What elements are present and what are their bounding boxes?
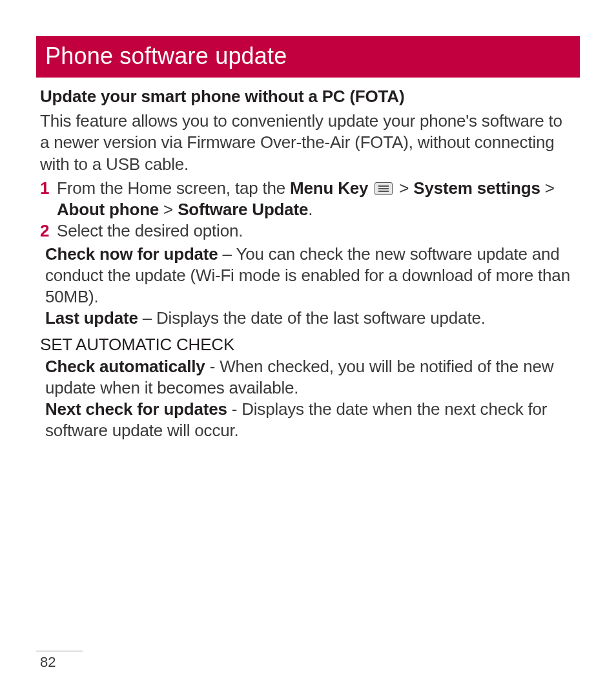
definitions-update: Check now for update – You can check the… <box>40 244 576 330</box>
gt-1: > <box>395 178 413 198</box>
content-area: Update your smart phone without a PC (FO… <box>36 78 580 442</box>
step-list: 1 From the Home screen, tap the Menu Key… <box>40 178 576 242</box>
footer-rule <box>36 651 83 651</box>
check-auto-label: Check automatically <box>45 357 205 376</box>
intro-paragraph: This feature allows you to conveniently … <box>40 110 576 175</box>
page-title: Phone software update <box>36 36 580 78</box>
system-settings-label: System settings <box>413 178 540 198</box>
check-auto-line: Check automatically - When checked, you … <box>45 356 576 399</box>
step-2: 2 Select the desired option. <box>40 220 576 242</box>
page-footer: 82 <box>36 651 83 671</box>
step-1: 1 From the Home screen, tap the Menu Key… <box>40 178 576 221</box>
next-check-label: Next check for updates <box>45 399 227 419</box>
last-update-label: Last update <box>45 308 138 328</box>
next-check-line: Next check for updates - Displays the da… <box>45 399 576 442</box>
fota-subhead: Update your smart phone without a PC (FO… <box>40 87 576 107</box>
check-now-label: Check now for update <box>45 244 218 264</box>
last-update-line: Last update – Displays the date of the l… <box>45 308 576 329</box>
about-phone-label: About phone <box>57 200 159 219</box>
step-number: 2 <box>40 220 57 242</box>
set-automatic-check-heading: SET AUTOMATIC CHECK <box>40 335 576 355</box>
page-number: 82 <box>36 654 83 671</box>
menu-key-icon <box>375 182 393 195</box>
step-1-text: From the Home screen, tap the Menu Key >… <box>57 178 576 221</box>
check-now-line: Check now for update – You can check the… <box>45 244 576 308</box>
gt-2: > <box>540 178 555 198</box>
manual-page: Phone software update Update your smart … <box>0 0 616 694</box>
menu-key-label: Menu Key <box>290 178 368 198</box>
step-1-pre: From the Home screen, tap the <box>57 178 290 198</box>
step-2-text: Select the desired option. <box>57 220 576 242</box>
step-1-period: . <box>308 200 313 219</box>
step-number: 1 <box>40 178 57 199</box>
software-update-label: Software Update <box>178 200 308 219</box>
last-update-text: – Displays the date of the last software… <box>138 308 486 328</box>
gt-3: > <box>159 200 178 219</box>
definitions-auto: Check automatically - When checked, you … <box>40 356 576 442</box>
